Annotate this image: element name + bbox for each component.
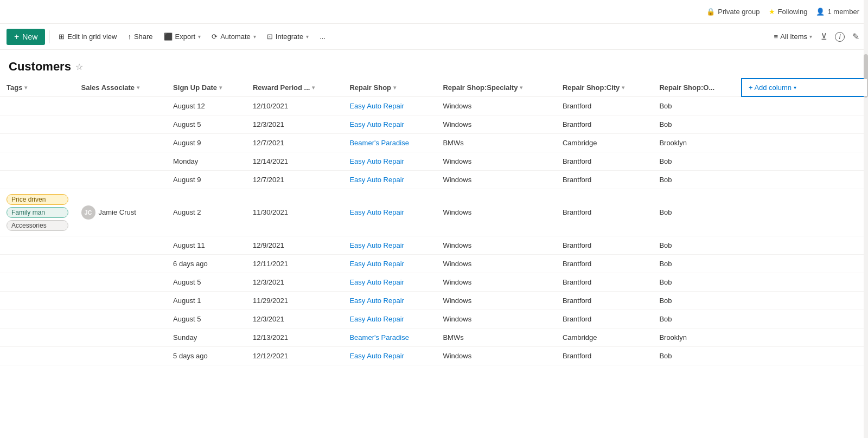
cell-repair-specialty: Windows — [436, 236, 556, 254]
cell-reward-period: 12/3/2021 — [246, 273, 343, 291]
cell-repair-shop[interactable]: Easy Auto Repair — [343, 236, 436, 254]
cell-tags — [0, 310, 75, 328]
cell-repair-shop[interactable]: Easy Auto Repair — [343, 310, 436, 328]
cell-sign-up-date: August 12 — [167, 96, 246, 115]
favorite-star-icon[interactable]: ☆ — [75, 62, 83, 72]
star-filled-icon: ★ — [769, 8, 775, 16]
chevron-down-icon4: ▾ — [809, 34, 812, 40]
cell-repair-city: Cambridge — [556, 133, 653, 152]
repair-shop-link[interactable]: Beamer's Paradise — [349, 139, 409, 147]
cell-repair-o: Bob — [653, 189, 742, 236]
chevron-down-icon3: ▾ — [306, 34, 309, 40]
cell-sales-associate — [75, 133, 167, 152]
cell-reward-period: 12/3/2021 — [246, 310, 343, 328]
repair-shop-link[interactable]: Easy Auto Repair — [349, 120, 404, 128]
share-button[interactable]: ↑ Share — [123, 30, 157, 43]
repair-shop-link[interactable]: Easy Auto Repair — [349, 157, 404, 165]
cell-sign-up-date: Sunday — [167, 328, 246, 346]
repair-shop-link[interactable]: Easy Auto Repair — [349, 278, 404, 286]
table-container[interactable]: Tags ▾ Sales Associate ▾ Sign Up Date ▾ — [0, 78, 868, 365]
cell-add-column — [742, 133, 867, 152]
cell-repair-o: Bob — [653, 170, 742, 189]
repair-shop-link[interactable]: Easy Auto Repair — [349, 260, 404, 268]
repair-shop-link[interactable]: Easy Auto Repair — [349, 176, 404, 184]
cell-sales-associate: JCJamie Crust — [75, 189, 167, 236]
cell-repair-shop[interactable]: Easy Auto Repair — [343, 189, 436, 236]
cell-sign-up-date: August 11 — [167, 236, 246, 254]
table-body: August 1212/10/2021Easy Auto RepairWindo… — [0, 96, 867, 365]
more-button[interactable]: ... — [315, 30, 330, 43]
cell-reward-period: 12/12/2021 — [246, 346, 343, 365]
cell-repair-shop[interactable]: Easy Auto Repair — [343, 273, 436, 291]
automate-button[interactable]: ⟳ Automate ▾ — [207, 30, 260, 43]
cell-reward-period: 12/14/2021 — [246, 152, 343, 170]
repair-shop-link[interactable]: Easy Auto Repair — [349, 208, 404, 216]
repair-shop-link[interactable]: Beamer's Paradise — [349, 333, 409, 342]
repair-shop-link[interactable]: Easy Auto Repair — [349, 241, 404, 249]
pencil-icon: ✎ — [852, 32, 859, 41]
table-row: 6 days ago12/11/2021Easy Auto RepairWind… — [0, 254, 867, 273]
cell-repair-shop[interactable]: Easy Auto Repair — [343, 115, 436, 133]
cell-tags — [0, 133, 75, 152]
cell-add-column — [742, 328, 867, 346]
cell-add-column — [742, 310, 867, 328]
cell-add-column — [742, 96, 867, 115]
cell-repair-shop[interactable]: Easy Auto Repair — [343, 291, 436, 310]
col-sales-associate[interactable]: Sales Associate ▾ — [75, 79, 167, 96]
edit-button[interactable]: ✎ — [850, 29, 861, 44]
col-sign-up-date[interactable]: Sign Up Date ▾ — [167, 79, 246, 96]
col-repair-specialty[interactable]: Repair Shop:Specialty ▾ — [436, 79, 556, 96]
col-repair-city[interactable]: Repair Shop:City ▾ — [556, 79, 653, 96]
cell-tags — [0, 254, 75, 273]
cell-tags: Price drivenFamily manAccessories — [0, 189, 75, 236]
page-header: Customers ☆ — [0, 50, 868, 78]
info-button[interactable]: i — [833, 29, 847, 44]
more-icon: ... — [320, 33, 326, 41]
cell-repair-city: Brantford — [556, 291, 653, 310]
table-row: August 1112/9/2021Easy Auto RepairWindow… — [0, 236, 867, 254]
integrate-button[interactable]: ⊡ Integrate ▾ — [263, 30, 313, 43]
col-reward-period[interactable]: Reward Period ... ▾ — [246, 79, 343, 96]
cell-sign-up-date: August 5 — [167, 273, 246, 291]
cell-reward-period: 12/13/2021 — [246, 328, 343, 346]
private-group: 🔒 Private group — [706, 8, 760, 16]
cell-repair-shop[interactable]: Easy Auto Repair — [343, 170, 436, 189]
lock-icon: 🔒 — [706, 8, 715, 16]
following-item[interactable]: ★ Following — [769, 8, 808, 16]
cell-sign-up-date: August 5 — [167, 115, 246, 133]
member-item: 👤 1 member — [816, 8, 859, 16]
repair-shop-link[interactable]: Easy Auto Repair — [349, 102, 404, 110]
all-items-button[interactable]: ≡ All Items ▾ — [771, 30, 815, 43]
cell-repair-shop[interactable]: Beamer's Paradise — [343, 328, 436, 346]
new-button[interactable]: + New — [7, 29, 45, 45]
edit-grid-button[interactable]: ⊞ Edit in grid view — [54, 30, 121, 43]
col-repair-shop[interactable]: Repair Shop ▾ — [343, 79, 436, 96]
chevron-city-icon: ▾ — [622, 85, 624, 91]
cell-repair-o: Bob — [653, 115, 742, 133]
cell-repair-shop[interactable]: Easy Auto Repair — [343, 346, 436, 365]
cell-add-column — [742, 273, 867, 291]
filter-button[interactable]: ⊻ — [819, 29, 829, 44]
repair-shop-link[interactable]: Easy Auto Repair — [349, 297, 404, 305]
col-add-column[interactable]: + Add column ▾ — [742, 79, 867, 96]
cell-repair-shop[interactable]: Easy Auto Repair — [343, 96, 436, 115]
repair-shop-link[interactable]: Easy Auto Repair — [349, 315, 404, 323]
export-button[interactable]: ⬛ Export ▾ — [159, 30, 206, 43]
repair-shop-link[interactable]: Easy Auto Repair — [349, 352, 404, 360]
col-repair-o[interactable]: Repair Shop:O... — [653, 79, 742, 96]
table-row: August 912/7/2021Easy Auto RepairWindows… — [0, 170, 867, 189]
tag-badge: Family man — [7, 207, 68, 218]
right-scrollbar[interactable] — [864, 0, 868, 365]
cell-repair-city: Brantford — [556, 189, 653, 236]
avatar: JC — [81, 205, 95, 220]
cell-sign-up-date: August 1 — [167, 291, 246, 310]
add-column-button[interactable]: + Add column ▾ — [749, 83, 796, 92]
cell-repair-shop[interactable]: Easy Auto Repair — [343, 254, 436, 273]
cell-sales-associate — [75, 170, 167, 189]
separator-1 — [49, 30, 50, 43]
cell-repair-o: Bob — [653, 254, 742, 273]
cell-repair-shop[interactable]: Easy Auto Repair — [343, 152, 436, 170]
col-tags[interactable]: Tags ▾ — [0, 79, 75, 96]
info-icon: i — [835, 32, 845, 42]
cell-repair-shop[interactable]: Beamer's Paradise — [343, 133, 436, 152]
